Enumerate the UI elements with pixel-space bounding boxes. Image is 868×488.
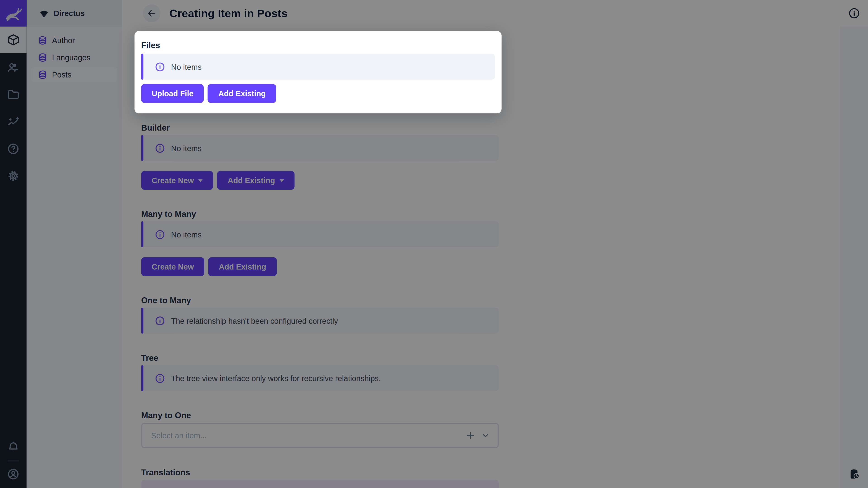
app: Directus Author Languages (0, 0, 868, 488)
notice-info-icon (154, 61, 165, 72)
field-label: Files (141, 40, 495, 51)
add-existing-button[interactable]: Add Existing (208, 84, 276, 103)
notice-text: No items (171, 62, 202, 71)
button-label: Add Existing (218, 89, 266, 98)
screen: Directus Author Languages (0, 0, 868, 488)
upload-file-button[interactable]: Upload File (141, 84, 204, 103)
files-field-modal: Files No items Upload File Add Existing (134, 31, 502, 113)
button-label: Upload File (152, 89, 193, 98)
button-row: Upload File Add Existing (141, 84, 495, 103)
notice: No items (141, 54, 495, 80)
